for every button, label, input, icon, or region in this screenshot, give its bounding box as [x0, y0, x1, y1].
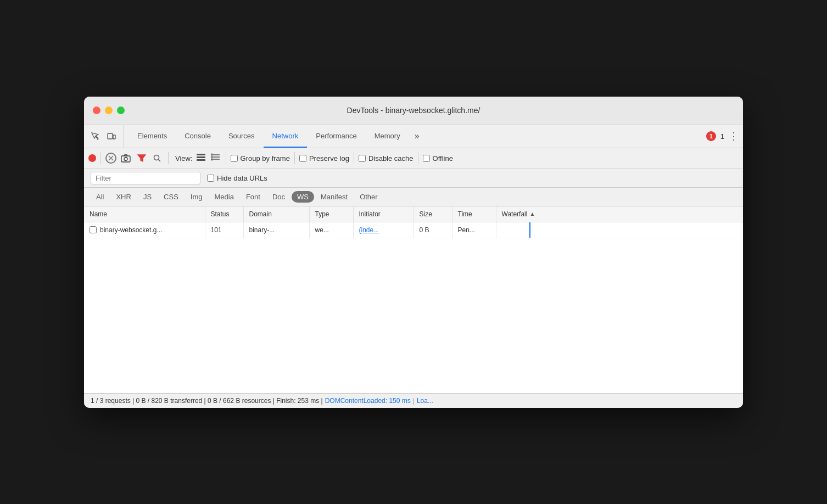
divider-1 — [100, 152, 101, 164]
view-list-button[interactable] — [195, 152, 207, 165]
tabs: Elements Console Sources Network Perform… — [128, 125, 409, 148]
cell-initiator[interactable]: (inde... — [353, 222, 413, 238]
col-waterfall[interactable]: Waterfall ▲ — [496, 206, 744, 222]
type-all[interactable]: All — [91, 191, 109, 203]
status-text: 1 / 3 requests | 0 B / 820 B transferred… — [91, 397, 323, 405]
divider-4 — [294, 152, 295, 164]
error-badge: 1 — [706, 131, 716, 141]
search-button[interactable] — [150, 152, 164, 165]
filter-input[interactable] — [91, 172, 200, 184]
col-domain[interactable]: Domain — [243, 206, 309, 222]
col-initiator[interactable]: Initiator — [353, 206, 413, 222]
view-compact-button[interactable] — [209, 152, 221, 165]
group-by-frame-checkbox[interactable] — [231, 155, 238, 162]
hide-data-urls-checkbox[interactable] — [207, 175, 214, 182]
type-doc[interactable]: Doc — [267, 191, 290, 203]
device-toolbar-icon[interactable] — [105, 130, 118, 143]
waterfall-line — [529, 222, 530, 238]
tab-elements[interactable]: Elements — [128, 125, 176, 148]
svg-rect-10 — [197, 156, 205, 158]
minimize-button[interactable] — [105, 107, 113, 114]
type-xhr[interactable]: XHR — [110, 191, 136, 203]
type-img[interactable]: Img — [185, 191, 208, 203]
domcontentloaded-link[interactable]: DOMContentLoaded: 150 ms — [325, 397, 411, 405]
offline-checkbox[interactable] — [423, 155, 430, 162]
type-manifest[interactable]: Manifest — [315, 191, 353, 203]
view-label: View: — [175, 154, 193, 163]
cell-name: binary-websocket.g... — [84, 222, 205, 238]
divider-2 — [168, 152, 169, 164]
more-options-icon[interactable]: ⋮ — [729, 130, 739, 142]
tabbar-right: 1 1 ⋮ — [706, 130, 739, 142]
tabbar: Elements Console Sources Network Perform… — [84, 125, 743, 148]
svg-line-8 — [159, 160, 161, 162]
tab-performance[interactable]: Performance — [307, 125, 365, 148]
tab-console[interactable]: Console — [176, 125, 220, 148]
svg-point-5 — [124, 158, 127, 161]
clear-button[interactable] — [105, 153, 116, 164]
svg-rect-11 — [197, 159, 205, 161]
disable-cache-label[interactable]: Disable cache — [359, 154, 413, 163]
waterfall-sort-icon[interactable]: ▲ — [529, 211, 535, 217]
type-other[interactable]: Other — [354, 191, 383, 203]
cell-status: 101 — [205, 222, 243, 238]
window-title: DevTools - binary-websocket.glitch.me/ — [347, 106, 480, 115]
svg-point-7 — [154, 155, 159, 160]
load-link[interactable]: Loa... — [417, 397, 433, 405]
view-buttons — [195, 152, 221, 165]
hide-data-urls-label[interactable]: Hide data URLs — [207, 174, 267, 182]
table-header-row: Name Status Domain Type Initiator — [84, 206, 743, 222]
svg-rect-1 — [113, 135, 115, 139]
offline-label[interactable]: Offline — [423, 154, 453, 163]
cell-type: we... — [309, 222, 353, 238]
type-ws[interactable]: WS — [292, 191, 314, 203]
status-separator: | — [413, 397, 415, 405]
record-button[interactable] — [88, 154, 96, 162]
col-type[interactable]: Type — [309, 206, 353, 222]
cell-time: Pen... — [452, 222, 496, 238]
maximize-button[interactable] — [117, 107, 125, 114]
statusbar: 1 / 3 requests | 0 B / 820 B transferred… — [84, 393, 743, 408]
filterbar: Hide data URLs — [84, 169, 743, 188]
camera-button[interactable] — [119, 152, 133, 165]
network-toolbar: View: Group by frame — [84, 148, 743, 169]
divider-3 — [226, 152, 226, 164]
filter-button[interactable] — [135, 152, 148, 165]
cell-domain: binary-... — [243, 222, 309, 238]
type-media[interactable]: Media — [209, 191, 239, 203]
svg-rect-0 — [108, 133, 113, 139]
error-count-label: 1 — [720, 132, 724, 141]
window-controls — [93, 107, 125, 114]
cell-waterfall — [496, 222, 743, 238]
preserve-log-label[interactable]: Preserve log — [299, 154, 349, 163]
network-table-container: Name Status Domain Type Initiator — [84, 206, 743, 393]
tab-sources[interactable]: Sources — [220, 125, 264, 148]
table-row[interactable]: binary-websocket.g... 101 binary-... we.… — [84, 222, 743, 238]
col-time[interactable]: Time — [452, 206, 496, 222]
close-button[interactable] — [93, 107, 100, 114]
col-name[interactable]: Name — [84, 206, 205, 222]
type-js[interactable]: JS — [138, 191, 157, 203]
cell-size: 0 B — [413, 222, 452, 238]
col-status[interactable]: Status — [205, 206, 243, 222]
inspector-icon[interactable] — [88, 130, 102, 143]
svg-marker-6 — [138, 155, 146, 161]
divider-5 — [354, 152, 354, 164]
tabbar-icons — [88, 125, 124, 148]
more-tabs-button[interactable]: » — [409, 131, 425, 141]
disable-cache-checkbox[interactable] — [359, 155, 366, 162]
type-font[interactable]: Font — [241, 191, 266, 203]
tab-memory[interactable]: Memory — [366, 125, 409, 148]
tab-network[interactable]: Network — [264, 125, 308, 148]
row-checkbox[interactable] — [90, 226, 97, 233]
type-css[interactable]: CSS — [158, 191, 184, 203]
divider-6 — [418, 152, 418, 164]
col-size[interactable]: Size — [413, 206, 452, 222]
svg-rect-4 — [121, 156, 130, 162]
devtools-window: DevTools - binary-websocket.glitch.me/ E… — [84, 97, 743, 408]
titlebar: DevTools - binary-websocket.glitch.me/ — [84, 97, 743, 125]
group-by-frame-label[interactable]: Group by frame — [231, 154, 290, 163]
preserve-log-checkbox[interactable] — [299, 155, 306, 162]
typebar: All XHR JS CSS Img Media Font Doc WS Man… — [84, 188, 743, 206]
svg-rect-9 — [197, 154, 205, 155]
